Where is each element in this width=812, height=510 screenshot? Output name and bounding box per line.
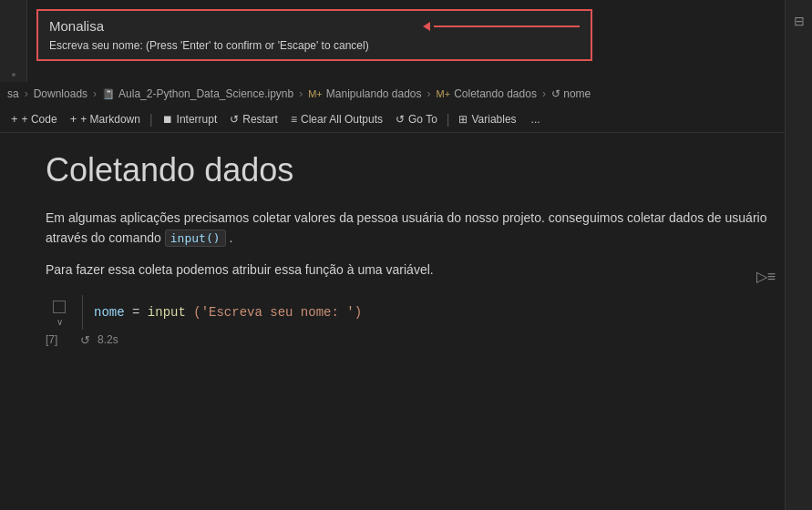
plus-icon: + <box>70 112 77 126</box>
rename-input[interactable]: Monalisa <box>49 18 414 34</box>
notebook-icon: 📓 <box>102 88 115 100</box>
refresh-icon: ↺ <box>396 113 405 126</box>
more-button[interactable]: ... <box>526 110 546 128</box>
paragraph-1-text: Em algumas aplicações precisamos coletar… <box>46 210 766 245</box>
panel-toggle-icon[interactable]: ⊟ <box>794 14 805 28</box>
execution-spinner: ↺ <box>80 333 90 347</box>
paragraph-1: Em algumas aplicações precisamos coletar… <box>46 208 785 249</box>
cell-heading: Coletando dados <box>46 151 785 189</box>
variables-button[interactable]: ⊞ Variables <box>453 110 521 128</box>
breadcrumb-sep: › <box>542 87 546 100</box>
cell-checkbox[interactable] <box>53 301 66 313</box>
rename-arrow-indicator <box>423 22 580 31</box>
breadcrumb-downloads[interactable]: Downloads <box>34 87 87 100</box>
right-panel: ⊟ <box>785 0 812 510</box>
breadcrumb-sep: › <box>427 87 431 100</box>
code-cell[interactable]: nome = input ('Escreva seu nome: ') <box>82 295 785 330</box>
section-icon-1: M+ <box>308 88 323 99</box>
notebook-content: ▷≡ Coletando dados Em algumas aplicações… <box>0 133 812 510</box>
code-fn-input: input <box>148 305 186 320</box>
add-markdown-button[interactable]: + + Markdown <box>65 109 146 128</box>
breadcrumb-section-1[interactable]: Manipulando dados <box>326 87 422 100</box>
add-code-label: + Code <box>22 113 57 126</box>
variables-label: Variables <box>471 113 516 126</box>
more-label: ... <box>531 113 540 126</box>
code-str-arg: ('Escreva seu nome: ') <box>193 305 362 320</box>
code-var-nome: nome <box>94 305 125 320</box>
execution-row: [7] ↺ 8.2s <box>46 333 785 347</box>
breadcrumb-section-2[interactable]: Coletando dados <box>454 87 537 100</box>
restart-button[interactable]: ↺ Restart <box>224 110 283 128</box>
breadcrumb-sep: › <box>299 87 303 100</box>
notebook-toolbar: + + Code + + Markdown | ⏹ Interrupt ↺ Re… <box>0 106 812 133</box>
breadcrumb-nome[interactable]: ↺ nome <box>551 87 591 100</box>
breadcrumb-sa[interactable]: sa <box>7 87 19 100</box>
toolbar-separator: | <box>149 112 153 127</box>
toolbar-separator: | <box>447 112 450 127</box>
code-cell-container: ∨ nome = input ('Escreva seu nome: ') <box>46 295 785 330</box>
breadcrumb-sep: › <box>93 87 97 100</box>
execution-time: 8.2s <box>98 333 118 346</box>
add-markdown-label: + Markdown <box>80 113 140 126</box>
add-code-button[interactable]: + + Code <box>5 109 63 128</box>
cell-gutter: ∨ <box>46 295 73 327</box>
goto-button[interactable]: ↺ Go To <box>390 110 443 128</box>
terminal-run-button[interactable]: ▷≡ <box>756 268 776 285</box>
code-line: nome = input ('Escreva seu nome: ') <box>94 302 774 322</box>
interrupt-icon: ⏹ <box>162 113 173 126</box>
breadcrumb: sa › Downloads › 📓 Aula_2-Python_Data_Sc… <box>0 82 812 106</box>
goto-label: Go To <box>408 113 437 126</box>
interrupt-label: Interrupt <box>177 113 218 126</box>
clear-icon: ≡ <box>291 113 297 126</box>
breadcrumb-notebook[interactable]: Aula_2-Python_Data_Science.ipynb <box>118 87 293 100</box>
sidebar-dot <box>12 73 15 76</box>
clear-outputs-button[interactable]: ≡ Clear All Outputs <box>285 110 388 128</box>
inline-code-input: input() <box>165 230 226 247</box>
rename-hint: Escreva seu nome: (Press 'Enter' to conf… <box>49 39 580 52</box>
clear-label: Clear All Outputs <box>301 113 383 126</box>
code-op-assign: = <box>132 305 148 320</box>
variables-icon: ⊞ <box>458 113 468 126</box>
interrupt-button[interactable]: ⏹ Interrupt <box>157 110 223 128</box>
restart-icon: ↺ <box>230 113 239 126</box>
restart-label: Restart <box>242 113 278 126</box>
rename-overlay: Monalisa Escreva seu nome: (Press 'Enter… <box>36 9 592 61</box>
plus-icon: + <box>11 112 18 126</box>
breadcrumb-sep: › <box>25 87 28 100</box>
paragraph-2: Para fazer essa coleta podemos atribuir … <box>46 260 785 280</box>
section-icon-2: M+ <box>437 88 451 99</box>
cell-expand-icon[interactable]: ∨ <box>57 317 63 327</box>
paragraph-1-end: . <box>229 230 232 245</box>
execution-number: [7] <box>46 333 73 346</box>
